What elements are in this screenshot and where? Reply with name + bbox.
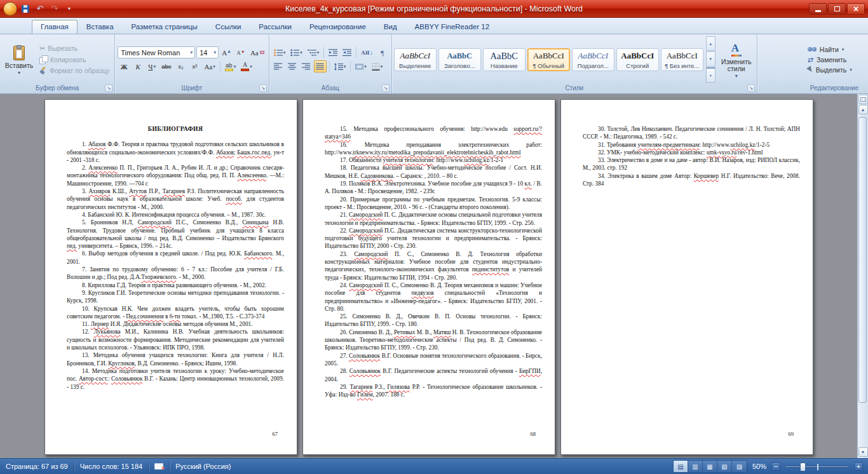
increase-indent-button[interactable] [341, 46, 353, 58]
style-chip-heading1[interactable]: AaBbC Заголово... [438, 48, 481, 71]
copy-button[interactable]: Копировать [37, 55, 111, 64]
status-language[interactable]: Русский (Россия) [170, 459, 236, 474]
save-button[interactable] [19, 3, 32, 15]
align-right-button[interactable] [300, 60, 313, 72]
tab-references[interactable]: Ссылки [207, 20, 250, 34]
subscript-button[interactable]: х₂ [174, 60, 187, 72]
status-page-indicator[interactable]: Страница: 67 из 69 [0, 459, 74, 474]
gallery-more-button[interactable]: ▾ [706, 67, 715, 83]
qat-customize-button[interactable]: ▾ [63, 3, 76, 15]
style-chip-emphasis[interactable]: AaBbCcI Выделение [394, 48, 437, 71]
justify-icon [316, 63, 324, 70]
style-chip-no-spacing[interactable]: AaBbCcI ¶ Без инте... [661, 48, 703, 71]
decrease-indent-button[interactable] [327, 46, 339, 58]
align-center-button[interactable] [286, 60, 299, 72]
cut-button[interactable]: ✂ Вырезать [37, 44, 111, 53]
replace-button[interactable]: ⇄ Заменить [808, 56, 852, 64]
tab-page-layout[interactable]: Разметка страницы [123, 20, 207, 34]
font-family-value: Times New Roman [121, 49, 180, 57]
line-spacing-button[interactable]: ▾ [332, 60, 348, 72]
font-color-button[interactable]: А▾ [239, 60, 254, 72]
minimize-button[interactable] [809, 3, 827, 15]
gallery-up-button[interactable]: ▲ [706, 36, 715, 51]
style-chip-normal[interactable]: AaBbCcI ¶ Обычный [527, 48, 570, 71]
find-button[interactable]: Найти ▾ [808, 46, 852, 53]
justify-button[interactable] [314, 60, 327, 72]
sort-button[interactable]: АЯ↓ [359, 46, 375, 58]
paragraph-dialog-launcher-icon[interactable]: ↘ [382, 85, 390, 92]
draft-view-button[interactable]: ▨ [732, 461, 747, 472]
highlight-button[interactable]: ab▾ [223, 60, 238, 72]
document-page-67[interactable]: БИБЛИОГРАФИЯ 1. Абазов Ф.Ф. Теория и пра… [44, 99, 297, 455]
strikethrough-button[interactable]: abc [159, 60, 173, 72]
scroll-down-button[interactable]: ▼ [858, 447, 868, 457]
tab-view[interactable]: Вид [375, 20, 406, 34]
superscript-button[interactable]: х² [188, 60, 201, 72]
font-family-select[interactable]: Times New Roman ▾ [118, 46, 195, 58]
change-case-button[interactable]: Аа▾ [202, 60, 217, 72]
status-word-count[interactable]: Число слов: 15 184 [74, 459, 148, 474]
style-name: ¶ Без инте... [665, 62, 699, 69]
tab-abbyy-finereader[interactable]: ABBYY FineReader 12 [406, 20, 498, 34]
clear-formatting-icon: Аа [250, 49, 259, 57]
align-left-button[interactable] [272, 60, 285, 72]
scrollbar-thumb[interactable] [858, 117, 867, 403]
paste-button[interactable]: Вставить ▾ [2, 42, 36, 78]
close-button[interactable]: × [847, 3, 865, 15]
tab-mailings[interactable]: Рассылки [250, 20, 301, 34]
chevron-down-icon: ▾ [190, 50, 193, 55]
font-size-select[interactable]: 14 ▾ [196, 46, 219, 58]
undo-button[interactable]: ↶ [34, 3, 46, 15]
gallery-down-button[interactable]: ▼ [706, 51, 715, 66]
style-chip-title[interactable]: AaBbC Название [483, 48, 526, 71]
document-page-68[interactable]: 15. Методика профессионального обучения:… [302, 99, 555, 455]
shading-button[interactable]: ▾ [353, 60, 369, 72]
outline-view-button[interactable]: ▧ [717, 461, 732, 472]
zoom-slider-thumb[interactable] [800, 463, 806, 471]
group-label-paragraph: Абзац [322, 85, 339, 91]
scroll-up-button[interactable]: ▲ [858, 105, 868, 114]
format-painter-button[interactable]: Формат по образцу [37, 66, 111, 75]
shrink-font-button[interactable]: А▼ [234, 46, 247, 58]
grow-font-button[interactable]: А▲ [220, 46, 233, 58]
zoom-level[interactable]: 50% [752, 463, 766, 470]
redo-button[interactable]: ↷ [48, 3, 61, 15]
web-layout-button[interactable]: ▦ [703, 461, 717, 472]
change-styles-button[interactable]: А Изменить стили ▾ [718, 39, 755, 81]
numbering-button[interactable]: ▾ [288, 46, 304, 58]
clear-formatting-button[interactable]: Аа [248, 46, 266, 58]
office-button[interactable] [3, 2, 17, 16]
tab-home[interactable]: Главная [32, 20, 78, 34]
show-marks-button[interactable]: ¶ [376, 46, 389, 58]
clipboard-dialog-launcher-icon[interactable]: ↘ [105, 85, 112, 92]
select-button[interactable]: Выделить ▾ [808, 66, 852, 74]
vertical-scrollbar[interactable]: ▲ ▼ [857, 94, 868, 458]
copy-label: Копировать [50, 56, 86, 64]
style-chip-strong[interactable]: AaBbCcI Строгий [616, 48, 659, 71]
bibliography-item: 16. Методика преподавания электротехниче… [325, 141, 542, 157]
zoom-slider[interactable] [785, 466, 849, 468]
document-page-69[interactable]: 30. Толстой, Лев Николаевич. Педагогичес… [560, 99, 813, 455]
scrollbar-track[interactable] [858, 114, 868, 447]
zoom-in-button[interactable]: + [854, 462, 863, 471]
borders-button[interactable]: ▾ [370, 60, 385, 72]
print-layout-view-button[interactable]: ▤ [674, 461, 688, 472]
ruler-toggle-button[interactable] [858, 95, 868, 104]
styles-dialog-launcher-icon[interactable]: ↘ [747, 85, 755, 92]
multilevel-list-button[interactable]: ▾ [306, 46, 322, 58]
bullets-button[interactable]: ▾ [272, 46, 288, 58]
underline-button[interactable]: Ч▾ [146, 60, 158, 72]
tab-review[interactable]: Рецензирование [301, 20, 375, 34]
status-proofing[interactable] [149, 459, 169, 474]
tab-insert[interactable]: Вставка [78, 20, 123, 34]
maximize-button[interactable] [828, 3, 846, 15]
full-screen-reading-button[interactable]: ▥ [688, 461, 703, 472]
zoom-out-button[interactable]: − [771, 462, 780, 471]
font-dialog-launcher-icon[interactable]: ↘ [259, 85, 267, 92]
title-bar[interactable]: ↶ ↷ ▾ Киселев_4к_курсовая [Режим огранич… [0, 0, 868, 18]
document-area: БИБЛИОГРАФИЯ 1. Абазов Ф.Ф. Теория и пра… [0, 94, 868, 458]
style-chip-subtitle[interactable]: AaBbCcI Подзагол... [572, 48, 614, 71]
bold-button[interactable]: Ж [118, 60, 130, 72]
italic-button[interactable]: К [132, 60, 144, 72]
chevron-down-icon: ▾ [300, 50, 302, 55]
